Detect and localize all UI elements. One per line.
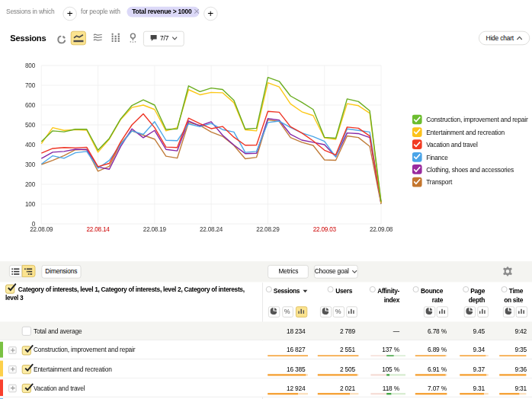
svg-text:600: 600 — [25, 102, 36, 109]
svg-text:400: 400 — [25, 142, 36, 148]
svg-text:22.09.08: 22.09.08 — [370, 226, 393, 233]
svg-text:22.08.19: 22.08.19 — [143, 226, 167, 233]
svg-text:300: 300 — [25, 161, 36, 168]
svg-text:700: 700 — [25, 82, 36, 89]
svg-text:22.08.14: 22.08.14 — [86, 226, 110, 233]
svg-text:22.09.03: 22.09.03 — [313, 226, 337, 233]
svg-text:22.08.09: 22.08.09 — [30, 226, 53, 233]
svg-text:22.08.29: 22.08.29 — [256, 226, 280, 233]
svg-text:500: 500 — [25, 122, 36, 129]
svg-text:800: 800 — [25, 62, 36, 69]
svg-text:100: 100 — [25, 201, 36, 208]
svg-text:200: 200 — [25, 181, 36, 188]
svg-text:22.08.24: 22.08.24 — [200, 226, 223, 233]
